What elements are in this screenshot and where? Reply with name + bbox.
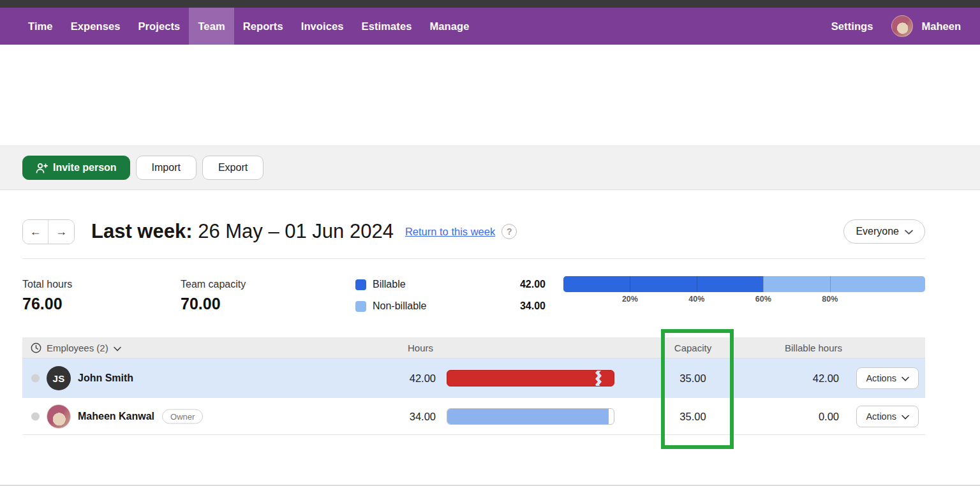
billable-hours-value: 42.00 — [813, 372, 839, 385]
nonbillable-value: 34.00 — [520, 300, 546, 312]
employees-header-label: Employees (2) — [47, 342, 108, 353]
chevron-down-icon — [902, 411, 909, 422]
drag-handle-icon[interactable] — [31, 412, 40, 420]
table-row-maheen-kanwal[interactable]: Maheen Kanwal Owner 34.00 35.00 0.00 Act… — [22, 398, 925, 435]
return-to-this-week-link[interactable]: Return to this week — [405, 226, 495, 238]
chevron-down-icon — [905, 226, 913, 237]
nav-item-manage[interactable]: Manage — [420, 8, 478, 45]
gridline-40 — [697, 276, 697, 292]
billable-hours-column-header: Billable hours — [750, 337, 877, 358]
team-capacity-label: Team capacity — [181, 279, 246, 290]
avatar-photo — [47, 404, 71, 429]
legend-row-billable: Billable 42.00 — [355, 279, 546, 290]
window-top-strip — [0, 0, 980, 8]
nonbillable-label: Non-billable — [373, 300, 427, 312]
period-title-range: 26 May – 01 Jun 2024 — [198, 220, 394, 242]
total-hours-label: Total hours — [22, 279, 72, 290]
period-header: ← → Last week: 26 May – 01 Jun 2024 Retu… — [22, 217, 925, 246]
tick-20: 20% — [622, 295, 638, 304]
chevron-down-icon — [114, 342, 121, 353]
total-hours-stat: Total hours 76.00 — [22, 279, 72, 313]
import-button[interactable]: Import — [136, 156, 197, 180]
nav-items: Time Expenses Projects Team Reports Invo… — [19, 8, 478, 45]
everyone-filter-label: Everyone — [856, 226, 899, 237]
export-button[interactable]: Export — [202, 156, 264, 180]
section-divider — [22, 258, 925, 259]
period-title-prefix: Last week: — [91, 220, 193, 242]
billable-hours-value: 0.00 — [819, 410, 839, 422]
drag-handle-icon[interactable] — [31, 374, 40, 383]
employees-table: Employees (2) Hours Capacity Billable ho… — [22, 337, 925, 435]
billable-label: Billable — [373, 279, 406, 290]
gridline-60 — [763, 276, 764, 292]
invite-person-label: Invite person — [53, 162, 117, 173]
nav-item-time[interactable]: Time — [19, 8, 62, 45]
team-capacity-progress-bar — [563, 276, 925, 292]
total-hours-value: 76.00 — [22, 295, 72, 313]
table-header-row: Employees (2) Hours Capacity Billable ho… — [22, 337, 925, 358]
hours-fill-segment — [447, 409, 609, 424]
actions-label: Actions — [866, 411, 896, 422]
capacity-usage-bar — [447, 408, 614, 425]
legend-row-nonbillable: Non-billable 34.00 — [355, 300, 546, 312]
actions-dropdown-button[interactable]: Actions — [856, 406, 919, 427]
hours-column-header: Hours — [373, 337, 468, 358]
week-nav-arrows: ← → — [22, 219, 75, 244]
user-name[interactable]: Maheen — [922, 20, 961, 33]
employee-name[interactable]: John Smith — [78, 372, 133, 384]
user-avatar[interactable] — [891, 15, 913, 37]
clock-icon — [31, 342, 41, 353]
nav-item-team[interactable]: Team — [189, 8, 234, 45]
over-capacity-bar — [447, 370, 614, 387]
capacity-bar-ticks: 20% 40% 60% 80% — [563, 295, 925, 305]
tick-40: 40% — [688, 295, 704, 304]
nonbillable-swatch — [355, 301, 366, 312]
capacity-value: 35.00 — [651, 372, 734, 385]
next-week-button[interactable]: → — [48, 220, 74, 244]
table-row-john-smith[interactable]: JS John Smith 42.00 35.00 42.00 Actions — [22, 358, 925, 398]
team-capacity-value: 70.00 — [181, 295, 246, 313]
bar-break-icon — [595, 370, 604, 387]
invite-person-button[interactable]: Invite person — [22, 156, 130, 180]
gridline-20 — [630, 276, 630, 292]
billable-swatch — [355, 279, 366, 290]
avatar-initials: JS — [47, 366, 71, 390]
tick-80: 80% — [822, 295, 838, 304]
hours-value: 34.00 — [410, 410, 436, 422]
nav-item-settings[interactable]: Settings — [822, 20, 882, 33]
employee-name[interactable]: Maheen Kanwal Owner — [78, 409, 203, 423]
capacity-value: 35.00 — [651, 410, 734, 422]
person-plus-icon — [36, 163, 48, 173]
nav-item-projects[interactable]: Projects — [129, 8, 189, 45]
actions-label: Actions — [866, 373, 896, 383]
help-icon[interactable]: ? — [501, 224, 517, 239]
hours-value: 42.00 — [410, 372, 436, 385]
employee-name-text: John Smith — [78, 372, 133, 384]
employee-name-text: Maheen Kanwal — [78, 411, 154, 422]
previous-week-button[interactable]: ← — [23, 220, 48, 244]
nav-item-expenses[interactable]: Expenses — [62, 8, 130, 45]
main-navbar: Time Expenses Projects Team Reports Invo… — [0, 8, 980, 45]
capacity-column-header: Capacity — [651, 337, 734, 358]
chevron-down-icon — [902, 373, 909, 383]
nav-item-invoices[interactable]: Invoices — [292, 8, 353, 45]
everyone-filter-dropdown[interactable]: Everyone — [843, 219, 925, 244]
page-title: Last week: 26 May – 01 Jun 2024 — [91, 220, 394, 243]
billable-legend: Billable 42.00 Non-billable 34.00 — [355, 279, 546, 322]
team-capacity-stat: Team capacity 70.00 — [181, 279, 246, 313]
actions-dropdown-button[interactable]: Actions — [856, 367, 919, 389]
owner-badge: Owner — [162, 409, 203, 423]
gridline-80 — [830, 276, 831, 292]
employees-header-dropdown[interactable]: Employees (2) — [31, 337, 121, 358]
billable-fill-segment — [563, 276, 763, 292]
team-toolbar: Invite person Import Export — [0, 145, 980, 190]
nav-item-estimates[interactable]: Estimates — [353, 8, 421, 45]
billable-value: 42.00 — [520, 279, 546, 290]
tick-60: 60% — [755, 295, 771, 304]
nav-item-reports[interactable]: Reports — [234, 8, 292, 45]
